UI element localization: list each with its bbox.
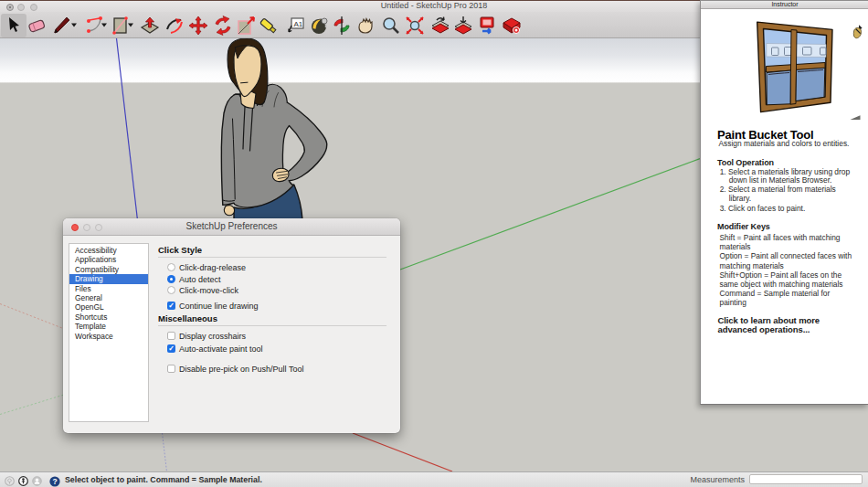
svg-text:A1: A1 [294,20,303,28]
svg-text:?: ? [52,477,57,486]
